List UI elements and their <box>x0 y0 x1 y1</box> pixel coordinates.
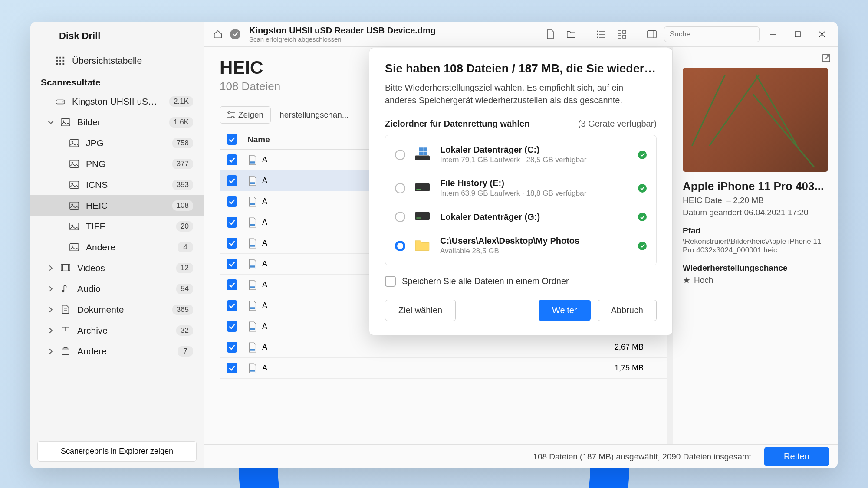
save-all-label: Speichern Sie alle Dateien in einem Ordn… <box>402 276 569 286</box>
choose-target-button[interactable]: Ziel wählen <box>385 300 456 321</box>
svg-rect-32 <box>62 349 69 355</box>
app-title: Disk Drill <box>59 30 100 42</box>
sidebar-item-documents[interactable]: Dokumente 365 <box>30 299 204 320</box>
destination-option[interactable]: Lokaler Datenträger (C:) Intern 79,1 GB … <box>385 138 656 171</box>
sidebar-cat-label: Dokumente <box>77 305 165 315</box>
sidebar-count: 20 <box>176 221 193 232</box>
svg-point-14 <box>72 141 73 143</box>
destination-modal: Sie haben 108 Dateien / 187 MB, die Sie … <box>369 48 673 335</box>
destination-radio[interactable] <box>395 212 405 222</box>
image-icon <box>69 180 79 189</box>
destination-name: Lokaler Datenträger (C:) <box>440 145 628 155</box>
explorer-button[interactable]: Scanergebnis in Explorer zeigen <box>37 441 197 462</box>
svg-point-24 <box>72 245 73 247</box>
svg-rect-75 <box>416 217 421 218</box>
main-area: Kingston UHSII uSD Reader USB Device.dmg… <box>204 22 838 468</box>
svg-rect-21 <box>70 223 79 230</box>
chevron-right-icon <box>48 328 54 334</box>
svg-rect-7 <box>59 63 61 65</box>
destination-radio[interactable] <box>395 183 405 193</box>
svg-rect-69 <box>423 147 427 151</box>
sidebar-sub-label: HEIC <box>86 200 165 211</box>
destination-name: File History (E:) <box>440 178 628 188</box>
svg-rect-3 <box>56 60 58 62</box>
save-all-checkbox[interactable] <box>385 276 396 287</box>
sidebar-overview-label: Übersichtstabelle <box>72 56 193 66</box>
sidebar-count: 758 <box>172 138 193 148</box>
svg-rect-23 <box>70 244 79 251</box>
svg-rect-5 <box>63 60 65 62</box>
destination-radio[interactable] <box>395 241 405 251</box>
svg-rect-73 <box>416 189 421 190</box>
sidebar-cat-label: Archive <box>77 325 169 336</box>
sidebar-item-jpg[interactable]: JPG 758 <box>30 133 204 154</box>
svg-rect-72 <box>415 183 430 191</box>
status-ok-icon <box>638 213 647 221</box>
sidebar-item-audio[interactable]: Audio 54 <box>30 278 204 299</box>
svg-rect-15 <box>70 160 79 168</box>
sidebar-count: 7 <box>178 346 193 357</box>
destination-option[interactable]: Lokaler Datenträger (G:) <box>385 205 656 229</box>
save-all-option[interactable]: Speichern Sie alle Dateien in einem Ordn… <box>385 276 657 287</box>
status-ok-icon <box>638 151 647 159</box>
destination-option[interactable]: File History (E:) Intern 63,9 GB Laufwer… <box>385 171 656 205</box>
destination-win-icon <box>415 147 431 162</box>
svg-point-16 <box>72 162 73 164</box>
status-ok-icon <box>638 242 647 250</box>
sidebar-sub-label: TIFF <box>86 221 169 232</box>
sidebar-device-label: Kingston UHSII uSD Rea... <box>72 96 162 107</box>
svg-rect-68 <box>419 147 423 151</box>
sidebar-item-tiff[interactable]: TIFF 20 <box>30 216 204 237</box>
sidebar-item-device[interactable]: Kingston UHSII uSD Rea... 2.1K <box>30 91 204 112</box>
other2-icon <box>61 347 70 356</box>
svg-rect-0 <box>56 57 58 59</box>
sidebar-cat-label: Videos <box>77 263 169 273</box>
sidebar-item-icns[interactable]: ICNS 353 <box>30 174 204 195</box>
destination-sub: Intern 79,1 GB Laufwerk · 28,5 GB verfüg… <box>440 156 628 164</box>
svg-rect-67 <box>415 155 430 160</box>
destination-name: Lokaler Datenträger (G:) <box>440 212 628 222</box>
svg-rect-1 <box>59 57 61 59</box>
sidebar-item-png[interactable]: PNG 377 <box>30 154 204 174</box>
sidebar-count: 32 <box>176 325 193 336</box>
svg-rect-8 <box>63 63 65 65</box>
sidebar-item-bilder[interactable]: Bilder 1.6K <box>30 112 204 133</box>
chevron-right-icon <box>48 348 54 354</box>
destination-folder-icon <box>415 239 431 253</box>
next-button[interactable]: Weiter <box>539 300 590 321</box>
chevron-right-icon <box>48 265 54 271</box>
cancel-button[interactable]: Abbruch <box>598 300 657 321</box>
image-icon <box>69 139 79 147</box>
modal-backdrop: Sie haben 108 Dateien / 187 MB, die Sie … <box>204 22 838 468</box>
sidebar-overview[interactable]: Übersichtstabelle <box>30 50 204 71</box>
sidebar-count: 4 <box>178 242 193 252</box>
sidebar-count: 2.1K <box>169 96 193 107</box>
destination-radio[interactable] <box>395 150 405 160</box>
destination-sub: Available 28,5 GB <box>440 247 628 255</box>
sidebar-item-archives[interactable]: Archive 32 <box>30 320 204 341</box>
videos-icon <box>61 263 70 273</box>
svg-rect-70 <box>419 152 423 155</box>
svg-rect-11 <box>61 119 70 126</box>
status-ok-icon <box>638 184 647 193</box>
sidebar-item-other2[interactable]: Andere 7 <box>30 341 204 362</box>
sidebar-item-other[interactable]: Andere 4 <box>30 237 204 258</box>
sidebar-item-heic[interactable]: HEIC 108 <box>30 195 204 216</box>
sidebar-count: 1.6K <box>169 117 193 128</box>
hamburger-icon[interactable] <box>41 30 51 42</box>
documents-icon <box>61 305 70 314</box>
svg-rect-19 <box>70 202 79 210</box>
sidebar-count: 365 <box>172 305 193 315</box>
svg-point-22 <box>72 224 73 226</box>
sidebar-cat-label: Andere <box>77 346 171 357</box>
svg-rect-4 <box>59 60 61 62</box>
sidebar-bilder-label: Bilder <box>77 117 162 128</box>
sidebar-item-videos[interactable]: Videos 12 <box>30 258 204 278</box>
sidebar-count: 108 <box>172 200 193 211</box>
destination-name: C:\Users\Alex\Desktop\My Photos <box>440 236 628 246</box>
destination-option[interactable]: C:\Users\Alex\Desktop\My Photos Availabl… <box>385 229 656 262</box>
destination-sub: Intern 63,9 GB Laufwerk · 18,8 GB verfüg… <box>440 189 628 198</box>
modal-title: Sie haben 108 Dateien / 187 MB, die Sie … <box>385 62 657 75</box>
svg-rect-25 <box>61 265 70 271</box>
image-icon <box>69 222 79 231</box>
